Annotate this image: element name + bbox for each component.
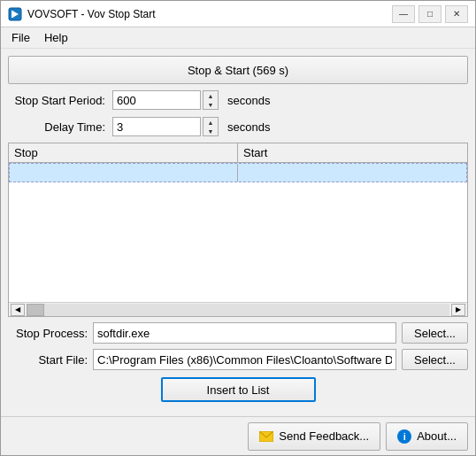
delay-time-spinner: ▲ ▼ (112, 117, 219, 136)
scroll-left-button[interactable]: ◀ (11, 304, 25, 316)
delay-time-unit: seconds (227, 120, 270, 134)
table-row-start-cell (238, 164, 466, 182)
delay-time-up-button[interactable]: ▲ (203, 118, 218, 127)
table-header-stop: Stop (9, 143, 238, 162)
info-circle: i (397, 429, 411, 444)
about-label: About... (417, 429, 457, 443)
title-bar: VOVSOFT - Vov Stop Start — □ ✕ (1, 1, 475, 27)
content-area: Stop & Start (569 s) Stop Start Period: … (1, 49, 475, 416)
delay-time-row: Delay Time: ▲ ▼ seconds (8, 116, 468, 137)
table-row-selected[interactable] (9, 163, 467, 182)
minimize-button[interactable]: — (392, 5, 415, 23)
stop-start-period-input[interactable] (112, 90, 201, 110)
info-icon: i (397, 429, 411, 444)
insert-to-list-button[interactable]: Insert to List (161, 377, 316, 402)
scroll-right-button[interactable]: ▶ (451, 304, 465, 316)
delay-time-down-button[interactable]: ▼ (203, 127, 218, 135)
stop-process-select-button[interactable]: Select... (402, 322, 468, 344)
footer: Send Feedback... i About... (1, 416, 475, 455)
send-feedback-button[interactable]: Send Feedback... (248, 422, 380, 451)
stop-process-input[interactable] (93, 322, 396, 344)
table-body[interactable] (9, 163, 467, 302)
start-file-label: Start File: (8, 353, 88, 367)
scroll-thumb[interactable] (27, 304, 44, 316)
envelope-icon (259, 429, 273, 444)
table-row-stop-cell (10, 164, 238, 182)
stop-start-button[interactable]: Stop & Start (569 s) (8, 56, 468, 84)
stop-start-period-row: Stop Start Period: ▲ ▼ seconds (8, 89, 468, 111)
start-file-select-button[interactable]: Select... (402, 349, 468, 370)
delay-time-label: Delay Time: (8, 120, 105, 134)
window-title: VOVSOFT - Vov Stop Start (27, 8, 156, 20)
bottom-section: Stop Process: Select... Start File: Sele… (8, 322, 468, 409)
stop-start-period-down-button[interactable]: ▼ (203, 100, 218, 109)
title-bar-left: VOVSOFT - Vov Stop Start (8, 7, 156, 21)
svg-rect-2 (12, 11, 13, 18)
app-icon (8, 7, 22, 21)
stop-start-period-spinner: ▲ ▼ (112, 90, 219, 110)
stop-start-period-up-button[interactable]: ▲ (203, 91, 218, 100)
main-window: VOVSOFT - Vov Stop Start — □ ✕ File Help… (0, 0, 476, 456)
scroll-track[interactable] (27, 304, 449, 316)
horizontal-scrollbar: ◀ ▶ (9, 302, 467, 316)
menu-file[interactable]: File (4, 29, 37, 46)
menu-bar: File Help (1, 27, 475, 49)
close-button[interactable]: ✕ (445, 5, 468, 23)
about-button[interactable]: i About... (386, 422, 468, 451)
start-file-row: Start File: Select... (8, 349, 468, 370)
insert-row: Insert to List (8, 375, 468, 404)
stop-start-period-spinner-buttons: ▲ ▼ (203, 90, 219, 110)
table-header: Stop Start (9, 143, 467, 163)
stop-process-row: Stop Process: Select... (8, 322, 468, 344)
title-bar-buttons: — □ ✕ (392, 5, 468, 23)
stop-start-period-unit: seconds (227, 94, 270, 107)
table-header-start: Start (238, 143, 467, 162)
send-feedback-label: Send Feedback... (279, 429, 369, 443)
menu-help[interactable]: Help (37, 29, 75, 46)
stop-start-period-label: Stop Start Period: (8, 94, 105, 107)
maximize-button[interactable]: □ (418, 5, 441, 23)
stop-process-label: Stop Process: (8, 327, 88, 340)
delay-time-spinner-buttons: ▲ ▼ (203, 117, 219, 136)
start-file-input[interactable] (93, 349, 396, 370)
delay-time-input[interactable] (112, 117, 201, 136)
stop-start-table: Stop Start ◀ ▶ (8, 143, 468, 317)
